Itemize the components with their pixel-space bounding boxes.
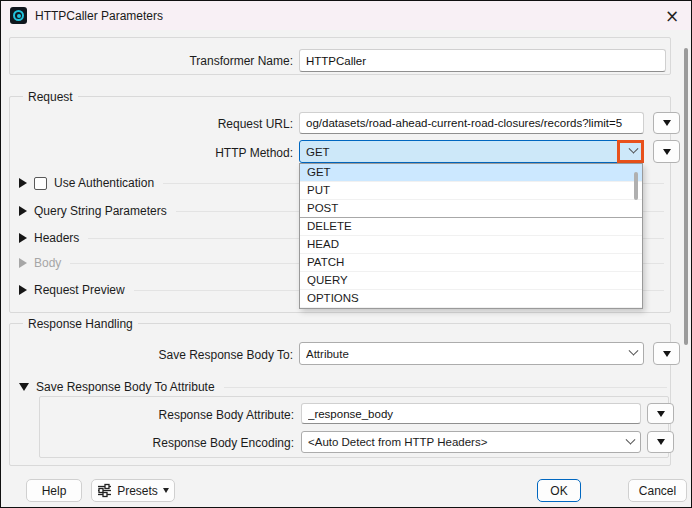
section-rule [224, 387, 667, 388]
dialog-scrollbar[interactable] [684, 48, 688, 345]
save-response-body-to-combobox[interactable]: Attribute [299, 342, 644, 365]
help-button-label: Help [42, 484, 67, 498]
request-url-input[interactable] [299, 112, 644, 134]
http-method-dropdown-list: GET PUT POST DELETE HEAD PATCH QUERY OPT… [299, 163, 643, 309]
chevron-down-icon [626, 434, 636, 444]
dropdown-arrow-icon [663, 120, 671, 126]
dropdown-arrow-icon [657, 439, 665, 445]
expand-triangle-icon [19, 206, 27, 216]
response-body-encoding-dropdown-button[interactable] [647, 431, 674, 453]
save-response-body-to-label: Save Response Body To: [81, 347, 293, 363]
method-option-head[interactable]: HEAD [300, 236, 642, 254]
section-save-response-body-to-attribute[interactable]: Save Response Body To Attribute [19, 377, 667, 397]
cancel-button-label: Cancel [639, 484, 676, 498]
section-label: Use Authentication [54, 176, 154, 190]
expand-triangle-icon [19, 233, 27, 243]
expand-triangle-icon [19, 285, 27, 295]
transformer-name-input[interactable] [299, 49, 666, 72]
save-response-body-to-dropdown-button[interactable] [653, 342, 680, 365]
dropdown-arrow-icon [663, 351, 671, 357]
response-body-encoding-value: <Auto Detect from HTTP Headers> [308, 436, 627, 448]
request-url-label: Request URL: [81, 116, 293, 132]
method-option-get[interactable]: GET [300, 164, 642, 182]
section-label: Save Response Body To Attribute [36, 380, 215, 394]
response-body-attribute-input[interactable] [301, 403, 641, 424]
method-option-query[interactable]: QUERY [300, 272, 642, 290]
expand-triangle-icon [19, 258, 27, 268]
dropdown-arrow-icon [657, 411, 665, 417]
collapse-triangle-icon [19, 383, 29, 391]
method-option-post[interactable]: POST [300, 200, 642, 218]
expand-triangle-icon [19, 178, 27, 188]
dropdown-scrollbar[interactable] [634, 172, 638, 200]
method-option-patch[interactable]: PATCH [300, 254, 642, 272]
http-method-value: GET [306, 146, 630, 158]
request-url-dropdown-button[interactable] [653, 112, 680, 134]
caret-down-icon [163, 488, 169, 493]
use-authentication-checkbox[interactable] [34, 177, 47, 190]
method-option-options[interactable]: OPTIONS [300, 290, 642, 308]
response-body-encoding-combobox[interactable]: <Auto Detect from HTTP Headers> [301, 431, 641, 453]
save-response-body-to-value: Attribute [306, 348, 630, 360]
http-method-label: HTTP Method: [81, 145, 293, 161]
response-body-attribute-label: Response Body Attribute: [91, 407, 294, 423]
section-label: Body [34, 256, 61, 270]
section-label: Query String Parameters [34, 204, 167, 218]
chevron-down-icon [629, 346, 639, 356]
http-method-dropdown-button[interactable] [653, 140, 680, 163]
method-option-delete[interactable]: DELETE [300, 218, 642, 236]
request-group-legend: Request [23, 89, 78, 105]
title-bar: HTTPCaller Parameters × [1, 1, 691, 30]
presets-button[interactable]: Presets [91, 479, 175, 502]
cancel-button[interactable]: Cancel [628, 479, 687, 502]
http-method-combobox[interactable]: GET [299, 140, 644, 163]
ok-button-label: OK [550, 484, 567, 498]
section-label: Headers [34, 231, 79, 245]
dropdown-arrow-icon [663, 149, 671, 155]
presets-button-label: Presets [117, 484, 158, 498]
annotation-highlight [617, 140, 644, 163]
transformer-name-label: Transformer Name: [81, 53, 293, 69]
method-option-put[interactable]: PUT [300, 182, 642, 200]
response-body-attribute-dropdown-button[interactable] [647, 403, 674, 424]
response-handling-legend: Response Handling [23, 316, 138, 332]
presets-sliders-icon [97, 483, 112, 498]
ok-button[interactable]: OK [537, 479, 581, 502]
window-title: HTTPCaller Parameters [35, 9, 163, 23]
httpcaller-parameters-dialog: HTTPCaller Parameters × Transformer Name… [0, 0, 692, 508]
transformer-icon [10, 7, 27, 24]
section-label: Request Preview [34, 283, 125, 297]
response-body-encoding-label: Response Body Encoding: [91, 435, 294, 451]
close-icon[interactable]: × [655, 1, 689, 30]
help-button[interactable]: Help [26, 479, 82, 502]
